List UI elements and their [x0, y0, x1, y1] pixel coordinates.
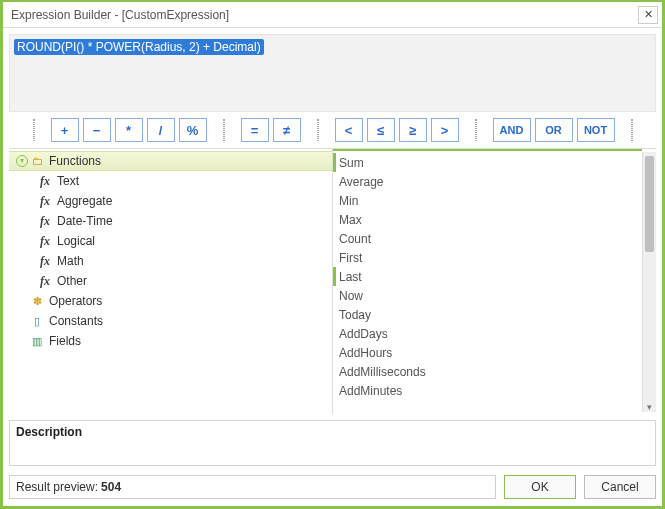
expression-text: ROUND(PI() * POWER(Radius, 2) + Decimal) [14, 39, 264, 55]
op-not[interactable]: NOT [577, 118, 615, 142]
expression-builder-window: Expression Builder - [CustomExpression] … [0, 0, 665, 509]
category-tree: ▾ 🗀 Functions fx Text fx Aggregate fx Da… [9, 149, 332, 353]
toolbar-separator [33, 119, 35, 141]
content-split: ▾ 🗀 Functions fx Text fx Aggregate fx Da… [9, 148, 656, 414]
op-and[interactable]: AND [493, 118, 531, 142]
close-button[interactable]: ✕ [638, 6, 658, 24]
op-divide[interactable]: / [147, 118, 175, 142]
tree-label: Aggregate [57, 194, 112, 208]
fx-icon: fx [37, 173, 53, 189]
list-item[interactable]: Last [333, 267, 642, 286]
eq-group: = ≠ [241, 118, 301, 142]
op-multiply[interactable]: * [115, 118, 143, 142]
op-equal[interactable]: = [241, 118, 269, 142]
tree-label: Functions [49, 154, 101, 168]
toolbar-separator [475, 119, 477, 141]
result-preview: Result preview: 504 [9, 475, 496, 499]
toolbar-separator [631, 119, 633, 141]
cmp-group: < ≤ ≥ > [335, 118, 459, 142]
category-tree-pane: ▾ 🗀 Functions fx Text fx Aggregate fx Da… [9, 149, 333, 414]
cancel-button[interactable]: Cancel [584, 475, 656, 499]
list-item[interactable]: Today [333, 305, 642, 324]
scroll-down-icon[interactable]: ▾ [643, 402, 656, 412]
close-icon: ✕ [644, 9, 653, 20]
list-item[interactable]: Min [333, 191, 642, 210]
constants-icon: ▯ [29, 313, 45, 329]
scrollbar-thumb[interactable] [645, 156, 654, 252]
op-gte[interactable]: ≥ [399, 118, 427, 142]
list-item[interactable]: Max [333, 210, 642, 229]
list-item[interactable]: AddHours [333, 343, 642, 362]
op-minus[interactable]: − [83, 118, 111, 142]
list-item[interactable]: AddMilliseconds [333, 362, 642, 381]
fx-icon: fx [37, 213, 53, 229]
folder-icon: 🗀 [29, 153, 45, 169]
result-label: Result preview: [16, 480, 98, 494]
gear-icon: ✽ [29, 293, 45, 309]
op-plus[interactable]: + [51, 118, 79, 142]
tree-label: Date-Time [57, 214, 113, 228]
op-lte[interactable]: ≤ [367, 118, 395, 142]
fields-icon: ▥ [29, 333, 45, 349]
ok-button[interactable]: OK [504, 475, 576, 499]
op-notequal[interactable]: ≠ [273, 118, 301, 142]
tree-label: Math [57, 254, 84, 268]
tree-functions-other[interactable]: fx Other [9, 271, 332, 291]
result-value: 504 [101, 480, 121, 494]
expand-icon[interactable]: ▾ [15, 155, 29, 167]
description-label: Description [16, 425, 82, 439]
fx-icon: fx [37, 193, 53, 209]
tree-functions-logical[interactable]: fx Logical [9, 231, 332, 251]
titlebar: Expression Builder - [CustomExpression] … [3, 2, 662, 28]
window-title: Expression Builder - [CustomExpression] [11, 8, 229, 22]
list-item[interactable]: Average [333, 172, 642, 191]
tree-constants[interactable]: ▯ Constants [9, 311, 332, 331]
operator-toolbar: + − * / % = ≠ < ≤ ≥ > AND OR NOT [3, 118, 662, 148]
list-item[interactable]: Sum [333, 153, 642, 172]
fx-icon: fx [37, 273, 53, 289]
list-item[interactable]: Count [333, 229, 642, 248]
op-or[interactable]: OR [535, 118, 573, 142]
tree-operators[interactable]: ✽ Operators [9, 291, 332, 311]
footer: Result preview: 504 OK Cancel [3, 472, 662, 506]
tree-label: Logical [57, 234, 95, 248]
tree-label: Constants [49, 314, 103, 328]
tree-fields[interactable]: ▥ Fields [9, 331, 332, 351]
tree-functions-math[interactable]: fx Math [9, 251, 332, 271]
tree-label: Other [57, 274, 87, 288]
logic-group: AND OR NOT [493, 118, 615, 142]
list-item[interactable]: First [333, 248, 642, 267]
toolbar-separator [223, 119, 225, 141]
tree-functions-text[interactable]: fx Text [9, 171, 332, 191]
scrollbar[interactable]: ▾ [642, 152, 656, 412]
expression-textarea[interactable]: ROUND(PI() * POWER(Radius, 2) + Decimal) [9, 34, 656, 112]
op-gt[interactable]: > [431, 118, 459, 142]
tree-functions-datetime[interactable]: fx Date-Time [9, 211, 332, 231]
tree-label: Fields [49, 334, 81, 348]
fx-icon: fx [37, 253, 53, 269]
list-item[interactable]: AddMinutes [333, 381, 642, 400]
tree-label: Operators [49, 294, 102, 308]
toolbar-separator [317, 119, 319, 141]
tree-label: Text [57, 174, 79, 188]
arith-group: + − * / % [51, 118, 207, 142]
op-lt[interactable]: < [335, 118, 363, 142]
list-item[interactable]: AddDays [333, 324, 642, 343]
list-item[interactable]: Now [333, 286, 642, 305]
function-list-pane: Sum Average Min Max Count First Last Now… [333, 149, 656, 414]
fx-icon: fx [37, 233, 53, 249]
tree-functions-aggregate[interactable]: fx Aggregate [9, 191, 332, 211]
function-list: Sum Average Min Max Count First Last Now… [333, 149, 642, 414]
description-panel: Description [9, 420, 656, 466]
op-mod[interactable]: % [179, 118, 207, 142]
tree-functions[interactable]: ▾ 🗀 Functions [9, 151, 332, 171]
